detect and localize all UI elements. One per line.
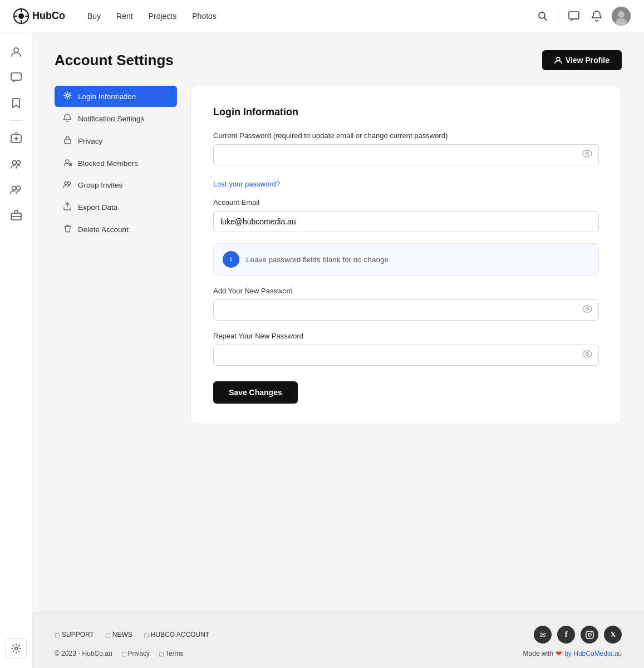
rail-chat-icon[interactable] <box>6 67 27 88</box>
login-settings-card: Login Information Current Password (requ… <box>190 86 622 424</box>
svg-point-42 <box>15 647 18 650</box>
left-rail <box>0 32 32 668</box>
svg-point-40 <box>588 633 591 636</box>
svg-point-31 <box>583 150 592 157</box>
sidebar-item-notification-settings[interactable]: Notification Settings <box>55 108 177 129</box>
footer-privacy-link[interactable]: ▢ Privacy <box>121 650 150 657</box>
footer-top: ▢ SUPPORT ▢ NEWS ▢ HUBCO ACCOUNT ✉ f <box>55 626 622 644</box>
rail-briefcase-icon[interactable] <box>6 204 27 225</box>
save-changes-button[interactable]: Save Changes <box>213 381 298 404</box>
search-icon <box>538 11 548 21</box>
repeat-password-wrapper <box>213 345 599 366</box>
svg-line-7 <box>544 17 547 20</box>
new-password-wrapper <box>213 299 599 321</box>
info-banner: i Leave password fields blank for no cha… <box>213 243 599 276</box>
rail-community-icon[interactable] <box>6 153 27 174</box>
nav-links: Buy Rent Projects Photos <box>87 12 535 21</box>
svg-point-32 <box>586 153 589 155</box>
rail-bookmark-icon[interactable] <box>6 92 27 114</box>
sidebar-label-delete: Delete Account <box>78 225 129 234</box>
svg-point-36 <box>586 308 589 311</box>
footer-support-link[interactable]: ▢ SUPPORT <box>55 631 94 638</box>
svg-line-27 <box>70 164 71 165</box>
nav-buy[interactable]: Buy <box>87 12 101 21</box>
current-password-wrapper <box>213 144 599 165</box>
email-label: Account Email <box>213 198 599 207</box>
bell-nav-icon <box>62 114 72 124</box>
svg-rect-25 <box>65 139 71 144</box>
footer-links: ▢ SUPPORT ▢ NEWS ▢ HUBCO ACCOUNT <box>55 631 209 638</box>
settings-body: Login Information Notification Settings … <box>55 86 622 424</box>
rail-group-icon[interactable] <box>6 179 27 200</box>
gear-icon <box>11 644 21 654</box>
nav-projects[interactable]: Projects <box>149 12 177 21</box>
group-invites-icon <box>62 180 72 190</box>
sidebar-item-export-data[interactable]: Export Data <box>55 197 177 218</box>
svg-point-19 <box>12 186 16 190</box>
trash-icon <box>62 224 72 234</box>
settings-sidebar: Login Information Notification Settings … <box>55 86 177 241</box>
nav-photos[interactable]: Photos <box>192 12 217 21</box>
social-instagram-button[interactable] <box>581 626 598 644</box>
nav-rent[interactable]: Rent <box>116 12 133 21</box>
sidebar-label-notifications: Notification Settings <box>78 115 144 123</box>
svg-point-38 <box>586 353 589 356</box>
brand-logo[interactable]: HubCo <box>13 8 65 24</box>
made-by-link[interactable]: by HubCoMedia.au <box>564 650 622 657</box>
sidebar-label-blocked: Blocked Members <box>78 159 138 168</box>
bell-icon <box>592 11 602 22</box>
notifications-button[interactable] <box>589 8 604 24</box>
sidebar-item-group-invites[interactable]: Group Invites <box>55 175 177 195</box>
search-button[interactable] <box>535 9 550 23</box>
current-password-input[interactable] <box>213 144 599 165</box>
repeat-password-input[interactable] <box>213 345 599 366</box>
current-password-toggle[interactable] <box>582 150 592 160</box>
rail-person-icon[interactable] <box>6 41 27 62</box>
repeat-password-label: Repeat Your New Password <box>213 332 599 340</box>
email-input[interactable] <box>213 211 599 232</box>
svg-rect-39 <box>586 631 593 638</box>
social-email-button[interactable]: ✉ <box>534 626 552 644</box>
svg-point-35 <box>583 306 592 312</box>
new-password-input[interactable] <box>213 299 599 321</box>
sidebar-item-login-information[interactable]: Login Information <box>55 86 177 107</box>
footer-social: ✉ f 𝕏 <box>534 626 622 644</box>
rail-add-icon[interactable] <box>6 127 27 149</box>
footer-terms-link[interactable]: ▢ Terms <box>159 650 184 657</box>
brand-name: HubCo <box>32 10 65 22</box>
lock-icon <box>62 136 72 146</box>
topnav-right <box>535 7 631 26</box>
bottom-gear-button[interactable] <box>6 638 27 659</box>
sidebar-label-export: Export Data <box>78 203 117 212</box>
repeat-password-toggle[interactable] <box>582 350 592 360</box>
hubco-logo-icon <box>13 8 29 24</box>
svg-point-24 <box>66 94 69 97</box>
footer-news-link[interactable]: ▢ NEWS <box>105 631 132 638</box>
svg-point-23 <box>557 57 560 61</box>
forgot-password-link[interactable]: Lost your password? <box>213 180 280 188</box>
user-avatar[interactable] <box>612 7 631 26</box>
made-with-section: Made with ❤ by HubCoMedia.au <box>523 649 622 658</box>
info-banner-text: Leave password fields blank for no chang… <box>246 256 389 264</box>
svg-point-1 <box>18 13 24 19</box>
rail-divider-1 <box>9 120 23 121</box>
sidebar-item-blocked-members[interactable]: Blocked Members <box>55 153 177 174</box>
svg-point-20 <box>16 186 20 190</box>
card-title: Login Information <box>213 106 599 118</box>
page-title: Account Settings <box>55 52 174 69</box>
svg-point-41 <box>591 632 592 633</box>
social-facebook-button[interactable]: f <box>557 626 575 644</box>
message-icon <box>568 11 579 21</box>
top-navigation: HubCo Buy Rent Projects Photos <box>0 0 644 32</box>
settings-icon <box>62 91 72 101</box>
messages-button[interactable] <box>566 9 582 23</box>
footer-hubco-account-link[interactable]: ▢ HUBCO ACCOUNT <box>144 631 209 638</box>
new-password-toggle[interactable] <box>582 305 592 315</box>
social-twitter-button[interactable]: 𝕏 <box>604 626 622 644</box>
email-group: Account Email <box>213 198 599 232</box>
footer-copyright: © 2023 - HubCo.au <box>55 650 112 657</box>
sidebar-item-privacy[interactable]: Privacy <box>55 130 177 151</box>
view-profile-button[interactable]: View Profile <box>542 50 622 70</box>
heart-icon: ❤ <box>555 649 562 658</box>
sidebar-item-delete-account[interactable]: Delete Account <box>55 219 177 240</box>
